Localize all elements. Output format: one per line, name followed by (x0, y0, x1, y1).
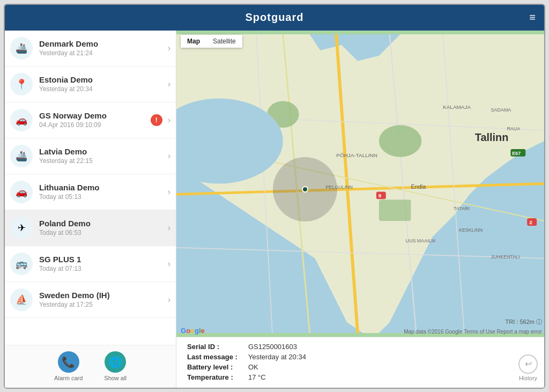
device-list: 🚢Denmark DemoYesterday at 21:24›📍Estonia… (5, 31, 176, 345)
svg-text:Endla: Endla (411, 183, 426, 190)
show-all-icon: 🌐 (105, 351, 126, 373)
svg-text:JUHKENTALI: JUHKENTALI (491, 254, 520, 259)
svg-text:2: 2 (529, 219, 532, 225)
device-alert-gs-norway-demo: ! (151, 114, 162, 126)
map-container[interactable]: Map Satellite (176, 31, 544, 337)
map-copyright: Map data ©2016 Google Terms of Use Repor… (404, 329, 542, 335)
map-marker-dot (302, 186, 308, 193)
show-all-label: Show all (104, 375, 127, 381)
device-icon-latvia-demo: 🚢 (10, 145, 33, 167)
sidebar-footer: 📞 Alarm card 🌐 Show all (5, 345, 176, 388)
tri-info: TRI : 562m ⓘ (506, 318, 542, 326)
svg-text:KALAMAJA: KALAMAJA (443, 104, 471, 110)
svg-text:KESKLINN: KESKLINN (459, 227, 483, 232)
app-container: Spotguard ≡ 🚢Denmark DemoYesterday at 21… (4, 4, 545, 389)
history-icon: ↩ (518, 354, 538, 374)
sidebar: 🚢Denmark DemoYesterday at 21:24›📍Estonia… (5, 31, 176, 388)
map-tab[interactable]: Map (181, 35, 206, 48)
device-icon-estonia-demo: 📍 (10, 73, 33, 95)
map-svg: Tallinn KALAMAJA PÕHJA-TALLINN PELGULINN… (176, 31, 544, 337)
device-chevron-denmark-demo: › (168, 43, 170, 53)
svg-text:8: 8 (379, 193, 382, 198)
device-time-denmark-demo: Yesterday at 21:24 (39, 49, 166, 57)
device-name-denmark-demo: Denmark Demo (39, 39, 166, 48)
device-chevron-lithuania-demo: › (168, 187, 170, 197)
menu-icon[interactable]: ≡ (529, 11, 536, 24)
device-time-latvia-demo: Yesterday at 22:15 (39, 157, 166, 165)
device-chevron-sweden-demo: › (168, 295, 170, 305)
device-time-sweden-demo: Yesterday at 17:25 (39, 301, 166, 308)
device-time-gs-norway-demo: 04.Apr 2016 09:10:09 (39, 121, 151, 129)
device-item-sweden-demo[interactable]: ⛵Sweden Demo (IH)Yesterday at 17:25› (5, 282, 176, 318)
map-area: Map Satellite (176, 31, 544, 388)
device-chevron-poland-demo: › (168, 223, 170, 233)
device-time-poland-demo: Today at 06:53 (39, 229, 166, 236)
device-info-estonia-demo: Estonia DemoYesterday at 20:34 (39, 75, 166, 93)
device-chevron-estonia-demo: › (168, 79, 170, 89)
device-chevron-sg-plus-1: › (168, 259, 170, 269)
device-info-denmark-demo: Denmark DemoYesterday at 21:24 (39, 39, 166, 57)
device-info-sweden-demo: Sweden Demo (IH)Yesterday at 17:25 (39, 291, 166, 308)
device-item-latvia-demo[interactable]: 🚢Latvia DemoYesterday at 22:15› (5, 138, 176, 174)
info-values: GS1250001603 Yesterday at 20:34 OK 17 °C (248, 343, 306, 382)
temperature-value: 17 °C (248, 373, 306, 381)
satellite-tab[interactable]: Satellite (206, 35, 242, 48)
alarm-card-label: Alarm card (54, 375, 83, 381)
map-marker (273, 157, 337, 221)
show-all-button[interactable]: 🌐 Show all (104, 351, 127, 381)
device-item-denmark-demo[interactable]: 🚢Denmark DemoYesterday at 21:24› (5, 31, 176, 66)
device-time-lithuania-demo: Today at 05:13 (39, 193, 166, 201)
device-icon-denmark-demo: 🚢 (10, 37, 33, 60)
device-info-lithuania-demo: Lithuania DemoToday at 05:13 (39, 183, 166, 201)
alarm-card-button[interactable]: 📞 Alarm card (54, 351, 83, 381)
svg-point-11 (379, 125, 422, 157)
device-name-estonia-demo: Estonia Demo (39, 75, 166, 84)
device-time-sg-plus-1: Today at 07:13 (39, 265, 166, 272)
alarm-card-icon: 📞 (58, 351, 79, 373)
device-icon-sg-plus-1: 🚌 (10, 253, 33, 275)
serial-id-value: GS1250001603 (248, 343, 306, 351)
device-time-estonia-demo: Yesterday at 20:34 (39, 85, 166, 93)
device-name-sweden-demo: Sweden Demo (IH) (39, 291, 166, 300)
device-item-estonia-demo[interactable]: 📍Estonia DemoYesterday at 20:34› (5, 66, 176, 102)
battery-level-value: OK (248, 363, 306, 371)
svg-text:PÕHJA-TALLINN: PÕHJA-TALLINN (336, 152, 377, 158)
svg-text:Tallinn: Tallinn (475, 131, 509, 143)
device-item-lithuania-demo[interactable]: 🚗Lithuania DemoToday at 05:13› (5, 174, 176, 210)
google-logo: Google (181, 327, 205, 335)
device-chevron-latvia-demo: › (168, 151, 170, 161)
history-label: History (519, 375, 537, 381)
device-icon-sweden-demo: ⛵ (10, 289, 33, 311)
svg-rect-13 (379, 199, 411, 221)
device-info-gs-norway-demo: GS Norway Demo04.Apr 2016 09:10:09 (39, 111, 151, 129)
temperature-label: Temperature : (187, 373, 238, 381)
info-content: Serial ID : Last message : Battery level… (187, 343, 533, 382)
svg-text:TATARI: TATARI (454, 206, 470, 211)
info-labels: Serial ID : Last message : Battery level… (187, 343, 238, 382)
device-info-latvia-demo: Latvia DemoYesterday at 22:15 (39, 147, 166, 165)
history-button[interactable]: ↩ History (518, 354, 538, 381)
device-icon-lithuania-demo: 🚗 (10, 181, 33, 203)
device-icon-gs-norway-demo: 🚗 (10, 109, 33, 131)
device-info-sg-plus-1: SG PLUS 1Today at 07:13 (39, 255, 166, 272)
main-content: 🚢Denmark DemoYesterday at 21:24›📍Estonia… (5, 31, 544, 388)
device-name-lithuania-demo: Lithuania Demo (39, 183, 166, 192)
last-message-label: Last message : (187, 353, 238, 361)
device-name-gs-norway-demo: GS Norway Demo (39, 111, 151, 120)
device-item-sg-plus-1[interactable]: 🚌SG PLUS 1Today at 07:13› (5, 246, 176, 282)
map-toggle: Map Satellite (181, 35, 242, 48)
app-title: Spotguard (246, 11, 304, 24)
app-header: Spotguard ≡ (5, 5, 544, 31)
device-name-latvia-demo: Latvia Demo (39, 147, 166, 156)
device-name-sg-plus-1: SG PLUS 1 (39, 255, 166, 264)
serial-id-label: Serial ID : (187, 343, 238, 351)
device-chevron-gs-norway-demo: › (168, 115, 170, 125)
svg-text:RAUA: RAUA (507, 126, 520, 131)
device-item-gs-norway-demo[interactable]: 🚗GS Norway Demo04.Apr 2016 09:10:09!› (5, 102, 176, 138)
device-name-poland-demo: Poland Demo (39, 219, 166, 228)
device-icon-poland-demo: ✈ (10, 217, 33, 239)
last-message-value: Yesterday at 20:34 (248, 353, 306, 361)
device-item-poland-demo[interactable]: ✈Poland DemoToday at 06:53› (5, 210, 176, 246)
svg-text:SADAMA: SADAMA (491, 107, 511, 113)
svg-text:E67: E67 (512, 150, 521, 156)
